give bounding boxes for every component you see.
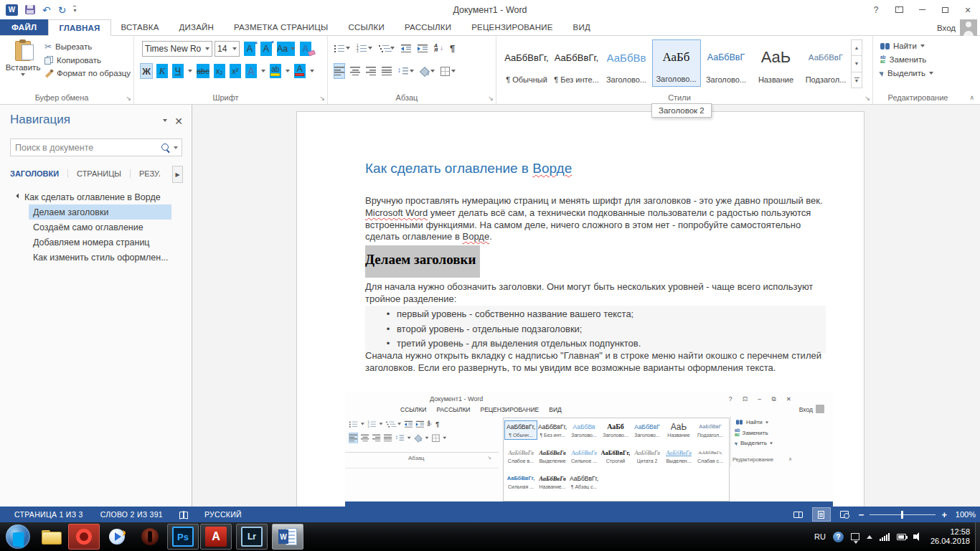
battery-icon[interactable] [897, 534, 906, 540]
selected-heading2[interactable]: Делаем заголовки [365, 245, 480, 278]
heading-item[interactable]: Добавляем номера страниц [0, 235, 192, 250]
tray-help-icon[interactable]: ? [833, 532, 844, 542]
speaker-icon[interactable] [913, 532, 923, 541]
grow-font-button[interactable]: А [244, 42, 255, 56]
tab-view[interactable]: ВИД [563, 19, 600, 35]
clear-formatting-button[interactable]: А [300, 42, 311, 56]
nav-tab-results[interactable]: РЕЗУЛ [130, 169, 160, 178]
tray-window-icon[interactable] [851, 533, 859, 540]
heading-item-current[interactable]: Делаем заголовки [29, 204, 171, 220]
taskbar-photoshop-icon[interactable]: Ps [167, 524, 199, 550]
tab-home[interactable]: ГЛАВНАЯ [48, 19, 110, 36]
italic-button[interactable]: К [156, 64, 168, 78]
taskbar-word-icon[interactable]: W [272, 524, 303, 550]
style-heading1[interactable]: АаБбВвЗаголово... [602, 39, 651, 87]
style-heading2[interactable]: АаБбЗаголово... [652, 39, 701, 87]
show-marks-button[interactable]: ¶ [450, 41, 455, 55]
subscript-button[interactable]: x₂ [214, 64, 225, 78]
nav-tabs-more-icon[interactable]: ▶ [172, 166, 183, 183]
zoom-slider-thumb[interactable] [901, 511, 903, 519]
tab-mailings[interactable]: РАССЫЛКИ [395, 19, 461, 35]
format-painter-button[interactable]: Формат по образцу [44, 69, 131, 77]
search-icon[interactable] [161, 143, 171, 153]
taskbar-media-player-icon[interactable] [101, 524, 133, 550]
language-status[interactable]: РУССКИЙ [196, 510, 250, 519]
heading-item[interactable]: Как изменить стиль оформлен... [0, 250, 192, 265]
tab-review[interactable]: РЕЦЕНЗИРОВАНИЕ [461, 19, 562, 35]
collapse-ribbon-icon[interactable]: ∧ [969, 94, 974, 101]
decrease-indent-button[interactable] [401, 41, 411, 55]
styles-scroll-down-icon[interactable]: ▼ [852, 56, 862, 72]
redo-icon[interactable]: ↻ [58, 5, 67, 15]
find-button[interactable]: Найти [880, 42, 933, 50]
start-button[interactable] [6, 524, 30, 549]
taskbar-lightroom-icon[interactable]: Lr [236, 524, 268, 550]
clock[interactable]: 12:5826.04.2018 [930, 527, 970, 546]
numbering-button[interactable] [357, 41, 372, 55]
line-spacing-button[interactable] [397, 64, 414, 78]
text-effects-dropdown-icon[interactable] [261, 70, 265, 72]
word-count-status[interactable]: СЛОВО 2 ИЗ 391 [92, 510, 171, 519]
style-no-spacing[interactable]: АаБбВвГг,¶ Без инте... [552, 39, 601, 87]
superscript-button[interactable]: x² [230, 64, 241, 78]
styles-more-icon[interactable]: ▼ [852, 72, 862, 88]
increase-indent-button[interactable] [418, 41, 428, 55]
align-center-button[interactable] [350, 64, 360, 78]
search-input[interactable] [11, 143, 161, 153]
show-hidden-icons[interactable] [867, 535, 872, 539]
navigation-options-icon[interactable] [163, 119, 167, 122]
font-dialog-launcher-icon[interactable]: ↘ [319, 95, 325, 102]
tab-design[interactable]: ДИЗАЙН [169, 19, 224, 35]
minimize-icon[interactable] [913, 3, 931, 17]
page-count-status[interactable]: СТРАНИЦА 1 ИЗ 3 [6, 510, 92, 519]
select-button[interactable]: Выделить [880, 69, 933, 77]
styles-dialog-launcher-icon[interactable]: ↘ [864, 95, 870, 102]
taskbar-acrobat-icon[interactable]: A [200, 524, 232, 550]
taskbar-opera-icon[interactable] [68, 524, 100, 550]
save-icon[interactable] [25, 5, 35, 14]
style-subtitle[interactable]: АаБбВвГПодзагол... [801, 39, 850, 87]
underline-button[interactable]: Ч [172, 64, 184, 78]
undo-icon[interactable]: ↶ [42, 5, 51, 15]
shading-button[interactable] [420, 64, 435, 78]
word-app-icon[interactable]: W [6, 4, 18, 16]
tab-references[interactable]: ССЫЛКИ [338, 19, 395, 35]
sort-button[interactable]: АЯ↓ [434, 41, 443, 55]
network-signal-icon[interactable] [880, 532, 890, 541]
nav-tab-headings[interactable]: ЗАГОЛОВКИ [10, 169, 67, 178]
multilevel-list-button[interactable] [379, 41, 395, 55]
align-right-button[interactable] [366, 64, 376, 78]
cut-button[interactable]: ✂Вырезать [44, 42, 131, 52]
clipboard-dialog-launcher-icon[interactable]: ↘ [126, 95, 131, 102]
tab-insert[interactable]: ВСТАВКА [111, 19, 169, 35]
replace-button[interactable]: abacЗаменить [880, 55, 933, 64]
bullets-button[interactable] [334, 41, 350, 55]
show-desktop-button[interactable] [975, 522, 980, 551]
restore-icon[interactable] [936, 3, 954, 17]
navigation-close-icon[interactable]: ✕ [174, 116, 183, 127]
print-layout-icon[interactable] [813, 508, 830, 521]
underline-dropdown-icon[interactable] [188, 70, 192, 72]
search-options-icon[interactable] [174, 146, 178, 149]
strikethrough-button[interactable]: abc [197, 64, 209, 78]
taskbar-explorer-icon[interactable] [35, 524, 67, 550]
highlight-color-button[interactable]: ab [270, 64, 281, 78]
paste-dropdown-icon[interactable] [21, 73, 25, 76]
proofing-status-icon[interactable] [179, 511, 189, 519]
nav-tab-pages[interactable]: СТРАНИЦЫ [67, 169, 130, 178]
help-icon[interactable]: ? [867, 3, 885, 17]
align-left-button[interactable] [334, 64, 344, 78]
highlight-dropdown-icon[interactable] [286, 70, 290, 72]
ribbon-display-options-icon[interactable] [890, 3, 908, 17]
zoom-level[interactable]: 100% [953, 510, 976, 519]
text-effects-button[interactable]: А [245, 64, 257, 78]
sign-in-link[interactable]: Вход [937, 19, 956, 36]
tab-page-layout[interactable]: РАЗМЕТКА СТРАНИЦЫ [224, 19, 338, 35]
font-name-combo[interactable]: Times New Ro [142, 41, 212, 57]
zoom-slider[interactable] [870, 514, 936, 515]
font-size-combo[interactable]: 14 [215, 41, 240, 57]
heading-item[interactable]: Создаём само оглавление [0, 220, 192, 235]
shrink-font-button[interactable]: А [260, 42, 272, 56]
taskbar-app-icon[interactable] [134, 524, 166, 550]
bold-button[interactable]: Ж [141, 64, 152, 78]
